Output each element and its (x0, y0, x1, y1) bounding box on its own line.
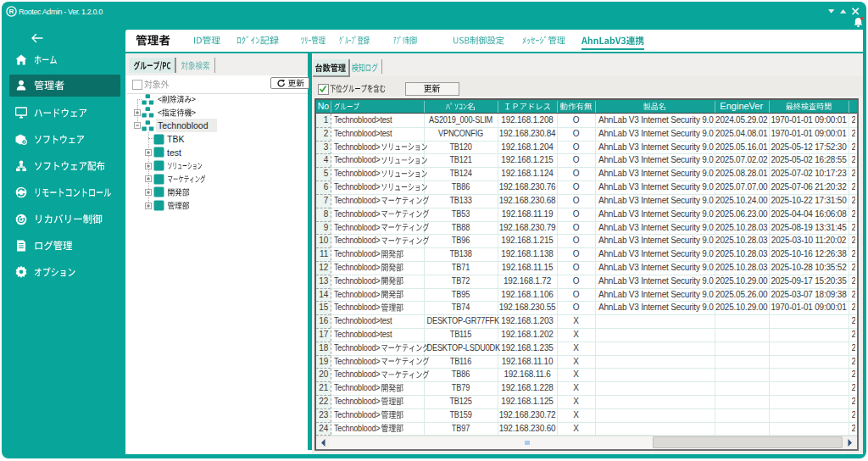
svg-text:R: R (9, 8, 14, 15)
